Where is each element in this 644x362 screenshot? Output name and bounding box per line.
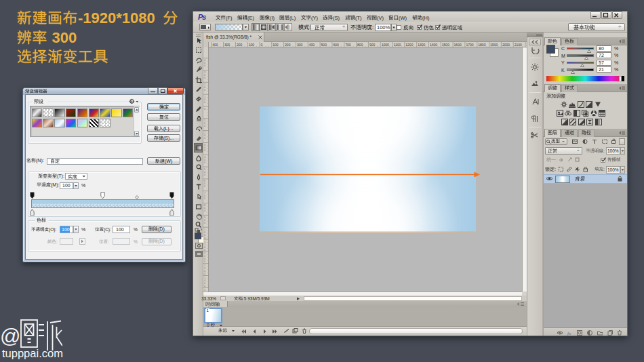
svg-text:(O):: (O):	[49, 227, 56, 233]
svg-text:%: %	[81, 227, 85, 232]
svg-text:1200: 1200	[405, 43, 413, 47]
svg-text:200: 200	[237, 43, 243, 47]
svg-text:0: 0	[204, 124, 206, 127]
svg-text:(Y): (Y)	[311, 15, 319, 21]
svg-text:800: 800	[357, 43, 363, 47]
svg-text:(S)...: (S)...	[163, 136, 174, 141]
svg-text:500: 500	[321, 43, 327, 47]
svg-text:0: 0	[207, 323, 209, 327]
svg-text::: :	[555, 167, 556, 172]
svg-text:0: 0	[204, 236, 206, 239]
svg-text:fx: fx	[567, 331, 571, 336]
svg-text:0: 0	[204, 173, 206, 176]
svg-text:(F): (F)	[226, 15, 233, 21]
svg-text:300: 300	[224, 43, 230, 47]
svg-text:0: 0	[204, 76, 206, 79]
svg-text:200: 200	[285, 43, 291, 47]
svg-text:(T): (T)	[355, 15, 362, 21]
svg-text:0: 0	[204, 148, 206, 152]
svg-text:1100: 1100	[394, 43, 401, 47]
svg-text:400: 400	[212, 43, 218, 47]
svg-text:700: 700	[345, 43, 351, 47]
svg-text:(L): (L)	[289, 15, 296, 21]
svg-text:900: 900	[369, 43, 376, 47]
svg-text:%: %	[134, 227, 138, 232]
svg-text:(N):: (N):	[36, 158, 44, 163]
svg-text:(D): (D)	[158, 239, 165, 244]
svg-text:300: 300	[52, 30, 77, 46]
svg-text:1000: 1000	[382, 43, 389, 47]
svg-text:1300: 1300	[418, 43, 425, 47]
svg-text:-1920*1080: -1920*1080	[78, 10, 155, 26]
svg-text:0: 0	[204, 184, 206, 188]
svg-text:1900: 1900	[490, 43, 498, 47]
svg-text:(L)...: (L)...	[163, 126, 173, 132]
svg-text:1700: 1700	[466, 43, 473, 47]
svg-text::: :	[108, 239, 109, 244]
svg-text:%: %	[134, 239, 138, 244]
svg-text:1800: 1800	[478, 43, 485, 47]
svg-text::5.93M/5.93M: :5.93M/5.93M	[243, 296, 270, 301]
svg-text:100: 100	[273, 43, 279, 47]
svg-text:0: 0	[204, 136, 206, 140]
svg-text:(D): (D)	[158, 226, 165, 232]
svg-text::: :	[556, 157, 557, 162]
svg-text:0: 0	[204, 248, 206, 252]
svg-text:0: 0	[204, 260, 206, 263]
svg-text:0: 0	[204, 197, 206, 200]
svg-text:0: 0	[204, 107, 206, 110]
svg-text:2000: 2000	[502, 43, 510, 47]
svg-text:600: 600	[333, 43, 339, 47]
svg-text:0: 0	[204, 272, 206, 275]
svg-text:(V): (V)	[377, 15, 384, 21]
svg-text:1400: 1400	[430, 43, 437, 47]
svg-text:(W): (W)	[165, 159, 172, 164]
svg-text:(S): (S)	[333, 15, 340, 21]
svg-text:(W): (W)	[399, 15, 407, 21]
svg-text:0: 0	[204, 209, 206, 212]
svg-text:0: 0	[204, 88, 206, 92]
svg-text:2100: 2100	[515, 43, 522, 47]
svg-text::: :	[56, 239, 58, 244]
svg-text:400: 400	[309, 43, 315, 47]
svg-text:0: 0	[204, 221, 206, 224]
svg-text:(M):: (M):	[51, 182, 59, 188]
svg-text:(E): (E)	[247, 15, 255, 21]
svg-text:300: 300	[297, 43, 303, 47]
svg-text:(C):: (C):	[104, 227, 111, 233]
svg-text:1600: 1600	[454, 43, 462, 47]
svg-text:(I): (I)	[270, 15, 275, 21]
svg-text:1500: 1500	[442, 43, 449, 47]
svg-text:100: 100	[249, 43, 255, 47]
svg-text::: :	[603, 167, 605, 172]
svg-text:0: 0	[261, 43, 263, 47]
svg-text:0: 0	[204, 100, 206, 104]
svg-text:0: 0	[204, 284, 206, 287]
svg-text:0: 0	[204, 64, 206, 67]
svg-text:0: 0	[204, 161, 206, 164]
svg-text:(T):: (T):	[57, 174, 64, 179]
svg-text::: :	[372, 24, 374, 31]
svg-text::: :	[603, 148, 605, 153]
svg-text:(H): (H)	[422, 15, 430, 21]
svg-text:%: %	[81, 183, 85, 188]
